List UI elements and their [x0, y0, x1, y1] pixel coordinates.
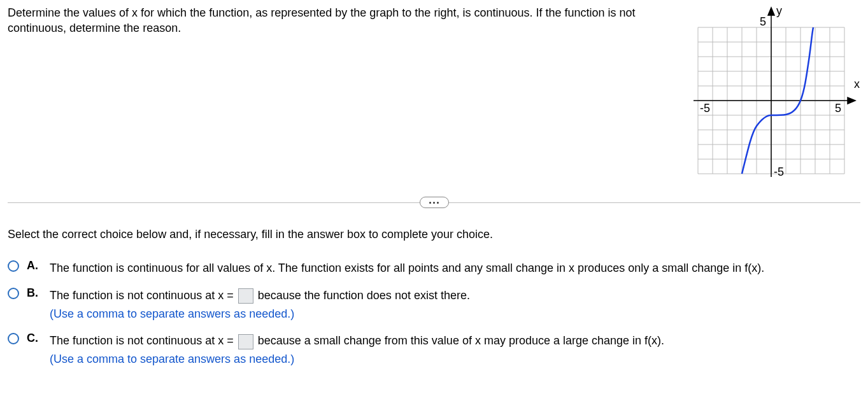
- choice-text-b: The function is not continuous at x = be…: [50, 286, 860, 323]
- axis-label-x: x: [854, 78, 860, 90]
- choice-b-suffix: because the function does not exist ther…: [258, 289, 470, 302]
- choice-text-a: The function is continuous for all value…: [50, 259, 860, 278]
- radio-choice-a[interactable]: [8, 260, 19, 272]
- tick-x-neg: -5: [700, 102, 710, 115]
- choice-text-c: The function is not continuous at x = be…: [50, 332, 860, 369]
- radio-choice-c[interactable]: [8, 333, 19, 344]
- answer-input-c[interactable]: [238, 334, 253, 349]
- tick-x-pos: 5: [835, 102, 841, 115]
- function-graph: y x 5 -5 -5 5: [688, 5, 860, 177]
- tick-y-neg: -5: [774, 165, 784, 177]
- axis-label-y: y: [776, 5, 782, 17]
- instruction-text: Select the correct choice below and, if …: [8, 228, 860, 241]
- answer-input-b[interactable]: [238, 288, 253, 304]
- question-text: Determine the values of x for which the …: [8, 5, 676, 36]
- choice-b-hint: (Use a comma to separate answers as need…: [50, 307, 294, 320]
- svg-marker-23: [768, 8, 774, 15]
- section-divider[interactable]: [8, 196, 860, 209]
- choice-b-prefix: The function is not continuous at x =: [50, 289, 234, 302]
- radio-choice-b[interactable]: [8, 288, 19, 299]
- choice-c-hint: (Use a comma to separate answers as need…: [50, 353, 294, 365]
- choice-label-b: B.: [27, 286, 42, 300]
- svg-marker-25: [848, 97, 855, 104]
- choice-label-a: A.: [27, 259, 42, 272]
- choice-c-suffix: because a small change from this value o…: [258, 334, 664, 347]
- expand-icon[interactable]: [420, 197, 449, 208]
- choice-c-prefix: The function is not continuous at x =: [50, 334, 234, 347]
- tick-y-pos: 5: [760, 15, 766, 28]
- choice-label-c: C.: [27, 332, 42, 345]
